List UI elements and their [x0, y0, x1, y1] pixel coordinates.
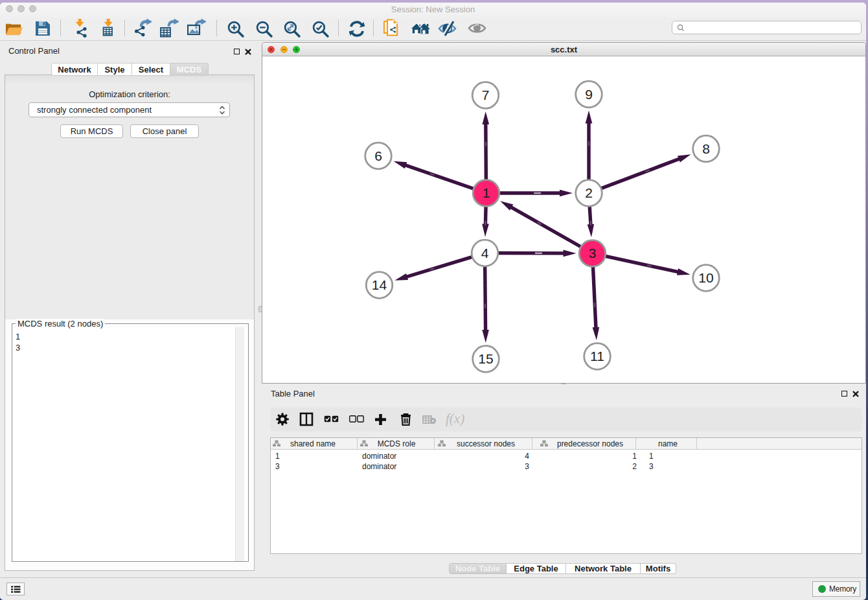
svg-text:1: 1	[483, 185, 490, 200]
svg-text:3: 3	[589, 246, 597, 260]
svg-text:10: 10	[698, 270, 713, 285]
svg-text:14: 14	[372, 277, 387, 292]
svg-text:6: 6	[374, 148, 382, 163]
svg-text:2: 2	[585, 185, 593, 200]
svg-text:9: 9	[585, 87, 593, 102]
svg-text:15: 15	[478, 351, 493, 366]
svg-text:8: 8	[702, 141, 710, 156]
svg-text:7: 7	[482, 87, 490, 102]
svg-text:11: 11	[590, 349, 604, 363]
svg-text:4: 4	[481, 246, 489, 260]
